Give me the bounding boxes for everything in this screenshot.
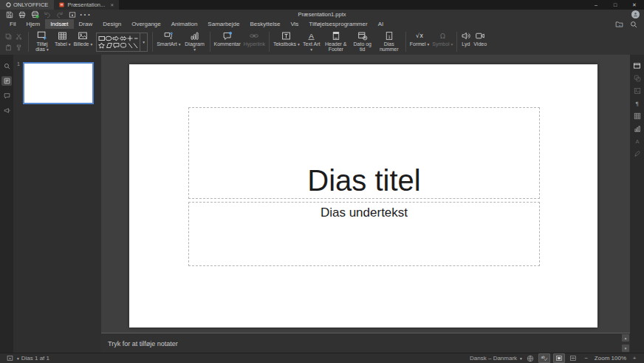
title-placeholder[interactable]: Dias titel	[188, 107, 540, 199]
undo-button[interactable]	[41, 10, 53, 19]
paragraph-settings-icon[interactable]: ¶	[632, 98, 643, 108]
date-time-label: Dato og tid	[353, 41, 371, 52]
user-avatar[interactable]	[631, 10, 640, 18]
zoom-out-button[interactable]: −	[581, 354, 592, 362]
paste-icon[interactable]	[4, 42, 13, 52]
copy-icon[interactable]	[4, 31, 13, 41]
customize-toolbar-button[interactable]: ···	[79, 10, 91, 19]
tab-overgange[interactable]: Overgange	[126, 19, 166, 29]
close-button[interactable]: ✕	[625, 0, 644, 10]
set-language-icon[interactable]	[525, 354, 535, 362]
textbox-label: Tekstboks	[273, 41, 296, 47]
open-file-location-icon[interactable]	[615, 21, 623, 28]
video-label: Video	[473, 41, 487, 47]
redo-button[interactable]	[54, 10, 66, 19]
hyperlink-button[interactable]: Hyperlink	[242, 30, 267, 55]
slide-thumbnails-panel: 1	[13, 55, 101, 353]
language-selector[interactable]: Dansk – Danmark	[470, 355, 517, 362]
divider	[28, 32, 29, 52]
textbox-button[interactable]: Tekstboks ▾	[272, 30, 301, 55]
textart-settings-icon[interactable]: A	[632, 136, 643, 146]
smartart-button[interactable]: SmartArt ▾	[155, 30, 182, 55]
tab-draw[interactable]: Draw	[74, 19, 98, 29]
image-settings-icon[interactable]	[632, 86, 643, 95]
shapes-gallery[interactable]: ▾	[96, 33, 148, 52]
restore-button[interactable]: □	[606, 0, 625, 10]
smartart-label: SmartArt	[157, 41, 177, 47]
textart-button[interactable]: A Text Art ▾	[301, 30, 322, 55]
image-label: Billede	[73, 41, 89, 47]
tab-design[interactable]: Design	[97, 19, 126, 29]
tab-hjem[interactable]: Hjem	[21, 19, 45, 29]
main-menu-tab[interactable]: ONLYOFFICE	[0, 0, 54, 10]
chart-button[interactable]: Diagram ▾	[182, 30, 208, 55]
minimize-button[interactable]: –	[586, 0, 606, 10]
zoom-in-button[interactable]: +	[629, 354, 640, 362]
fit-slide-icon[interactable]	[553, 353, 565, 363]
tab-close-icon[interactable]: ✕	[110, 2, 114, 7]
left-toolbar	[0, 55, 13, 353]
audio-button[interactable]: Lyd	[459, 30, 472, 55]
cut-icon[interactable]	[14, 31, 24, 41]
audio-label: Lyd	[462, 41, 470, 47]
shapes-gallery-expand[interactable]: ▾	[140, 33, 147, 51]
save-button[interactable]	[4, 10, 16, 19]
tab-tilfoejelsesprogrammer[interactable]: Tilføjelsesprogrammer	[304, 19, 372, 29]
comment-label: Kommentar	[214, 41, 241, 47]
print-button[interactable]	[16, 10, 28, 19]
search-icon[interactable]	[630, 21, 637, 28]
comment-button[interactable]: Kommentar	[213, 30, 242, 55]
notes-scrollbar[interactable]: ▴ ▾	[622, 334, 629, 352]
slide-canvas[interactable]: Dias titel Dias undertekst	[129, 64, 597, 328]
tab-indsaet[interactable]: Indsæt	[45, 19, 73, 29]
table-settings-icon[interactable]	[632, 111, 643, 121]
quick-print-button[interactable]	[29, 10, 41, 19]
tab-fil[interactable]: Fil	[4, 19, 21, 29]
table-button[interactable]: Tabel ▾	[53, 30, 72, 55]
notes-area[interactable]: Tryk for at tilføje notater ▴ ▾	[101, 333, 630, 353]
add-slide-button[interactable]: Tilføj dias ▾	[31, 30, 53, 55]
chevron-down-icon: ▾	[179, 42, 181, 47]
hyperlink-label: Hyperlink	[244, 41, 265, 47]
slide-thumbnail[interactable]	[23, 62, 94, 104]
equation-button[interactable]: √x Formel ▾	[408, 30, 431, 55]
subtitle-placeholder[interactable]: Dias undertekst	[188, 202, 540, 266]
slide-counter: Dias 1 af 1	[21, 355, 49, 362]
tab-animation[interactable]: Animation	[166, 19, 203, 29]
table-icon	[58, 30, 67, 41]
format-painter-icon[interactable]	[14, 42, 24, 52]
spellcheck-icon[interactable]: ab	[538, 353, 550, 363]
tab-ai[interactable]: AI	[373, 19, 389, 29]
scroll-up-icon[interactable]: ▴	[622, 334, 629, 342]
symbol-button[interactable]: Ω Symbol ▾	[431, 30, 454, 55]
comments-panel-icon[interactable]	[1, 91, 12, 101]
tab-vis[interactable]: Vis	[285, 19, 304, 29]
video-button[interactable]: Video	[472, 30, 488, 55]
tab-beskyttelse[interactable]: Beskyttelse	[244, 19, 285, 29]
zoom-level[interactable]: Zoom 100%	[595, 355, 626, 362]
chevron-down-icon[interactable]: ▾	[520, 356, 522, 361]
tab-samarbejde[interactable]: Samarbejde	[202, 19, 244, 29]
shape-settings-icon[interactable]	[632, 73, 643, 83]
clipboard-group	[1, 31, 26, 52]
feedback-icon[interactable]	[1, 106, 12, 115]
signature-settings-icon[interactable]	[632, 149, 643, 158]
date-time-button[interactable]: Dato og tid	[350, 30, 375, 55]
chart-settings-icon[interactable]	[632, 123, 643, 133]
start-slideshow-status-icon[interactable]	[4, 354, 15, 362]
slide-number-button[interactable]: 1 Dias nummer	[375, 30, 403, 55]
chevron-down-icon: ▾	[193, 47, 196, 52]
scroll-down-icon[interactable]: ▾	[622, 345, 629, 352]
start-slideshow-button[interactable]	[66, 10, 78, 19]
chevron-down-icon[interactable]: ▾	[17, 356, 19, 361]
fit-width-icon[interactable]	[568, 354, 578, 362]
slide-settings-icon[interactable]	[632, 61, 643, 70]
find-panel-icon[interactable]	[1, 61, 12, 71]
onlyoffice-logo-icon	[6, 2, 11, 7]
table-label: Tabel	[55, 41, 67, 47]
image-button[interactable]: Billede ▾	[72, 30, 94, 55]
date-time-icon	[357, 30, 368, 41]
header-footer-button[interactable]: Header & Footer	[322, 30, 350, 55]
textart-icon: A	[306, 30, 316, 41]
slides-panel-icon[interactable]	[1, 76, 12, 86]
